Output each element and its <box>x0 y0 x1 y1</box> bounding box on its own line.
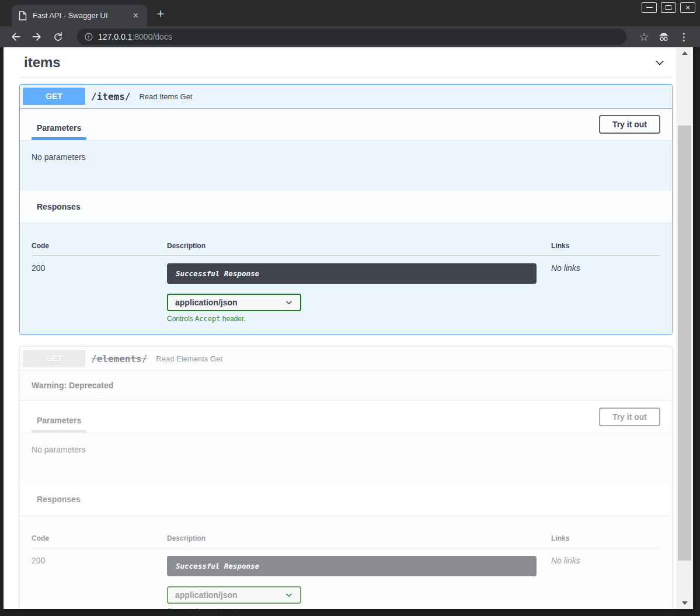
responses-title: Responses <box>32 202 86 211</box>
parameters-tab: Parameters <box>32 416 86 433</box>
incognito-icon <box>656 29 672 44</box>
responses-table-header: Code Description Links <box>32 534 660 548</box>
operation-path: /items/ <box>91 91 130 102</box>
method-badge: GET <box>23 350 85 367</box>
code-column-header: Code <box>32 534 167 542</box>
opblock-get-elements-deprecated: GET /elements/ Read Elements Get Warning… <box>19 346 673 609</box>
page-favicon-icon <box>19 11 27 20</box>
operation-description: Read Items Get <box>139 92 192 101</box>
description-column-header: Description <box>167 534 551 542</box>
bookmark-star-icon[interactable]: ☆ <box>636 29 652 44</box>
url-bar[interactable]: 127.0.0.1:8000/docs <box>77 29 626 45</box>
operation-summary[interactable]: GET /elements/ Read Elements Get <box>20 347 672 371</box>
new-tab-button[interactable]: + <box>153 8 168 20</box>
accept-header-note: Controls Accept header. <box>167 315 551 323</box>
parameters-header: Parameters Try it out <box>20 109 672 140</box>
select-chevron-icon <box>285 298 293 307</box>
responses-body: Code Description Links 200 Successful Re… <box>20 515 672 609</box>
responses-header: Responses <box>20 483 672 515</box>
scrollbar-thumb[interactable] <box>678 126 691 561</box>
response-description-box: Successful Response <box>167 556 537 576</box>
response-row: 200 Successful Response application/json… <box>32 256 660 323</box>
back-button[interactable] <box>8 29 23 44</box>
forward-button[interactable] <box>29 29 44 44</box>
accept-header-note: Controls Accept header. <box>167 607 551 609</box>
tab-close-icon[interactable]: ✕ <box>130 10 141 21</box>
response-row: 200 Successful Response application/json… <box>32 548 660 609</box>
media-type-select[interactable]: application/json <box>167 294 301 311</box>
operation-path: /elements/ <box>91 353 147 364</box>
parameters-header: Parameters Try it out <box>20 401 672 433</box>
browser-toolbar: 127.0.0.1:8000/docs ☆ ⋮ <box>0 26 700 47</box>
url-path: :8000/docs <box>132 32 172 41</box>
method-badge: GET <box>23 88 85 105</box>
operation-description: Read Elements Get <box>156 354 222 363</box>
page-viewport: items GET /items/ Read Items Get Paramet… <box>4 47 693 609</box>
no-links-text: No links <box>551 263 660 323</box>
window-maximize-button[interactable] <box>661 2 676 13</box>
response-description-box: Successful Response <box>167 263 537 284</box>
links-column-header: Links <box>551 534 660 542</box>
collapse-chevron-icon[interactable] <box>653 55 667 69</box>
responses-title: Responses <box>32 495 86 504</box>
response-description-cell: Successful Response application/json Con… <box>167 263 551 323</box>
media-type-select[interactable]: application/json <box>167 586 301 604</box>
back-arrow-icon <box>10 31 22 43</box>
try-it-out-button[interactable]: Try it out <box>599 115 660 134</box>
try-it-out-button[interactable]: Try it out <box>599 408 660 426</box>
browser-menu-icon[interactable]: ⋮ <box>675 29 692 44</box>
media-type-value: application/json <box>175 590 238 600</box>
responses-table-header: Code Description Links <box>32 242 660 256</box>
tag-section-header[interactable]: items <box>19 47 673 78</box>
deprecated-warning-text: Warning: Deprecated <box>32 381 113 390</box>
opblock-get-items: GET /items/ Read Items Get Parameters Tr… <box>19 84 673 335</box>
site-info-icon[interactable] <box>84 32 93 41</box>
tab-title: Fast API - Swagger UI <box>33 11 130 20</box>
select-chevron-icon <box>285 591 293 599</box>
no-parameters-text: No parameters <box>32 152 86 162</box>
browser-tab[interactable]: Fast API - Swagger UI ✕ <box>12 5 147 26</box>
vertical-scrollbar[interactable] <box>676 47 693 609</box>
forward-arrow-icon <box>31 31 43 43</box>
code-column-header: Code <box>32 242 167 250</box>
responses-header: Responses <box>20 191 672 222</box>
tag-title: items <box>24 54 61 71</box>
parameters-body: No parameters <box>20 140 672 191</box>
response-code: 200 <box>32 556 167 609</box>
reload-button[interactable] <box>50 29 65 44</box>
tab-strip: Fast API - Swagger UI ✕ + ✕ <box>0 0 700 26</box>
parameters-tab: Parameters <box>32 123 86 140</box>
media-type-value: application/json <box>175 298 238 307</box>
scroll-down-arrow-icon[interactable] <box>676 598 693 608</box>
description-column-header: Description <box>167 242 551 250</box>
operation-summary[interactable]: GET /items/ Read Items Get <box>20 85 672 109</box>
responses-body: Code Description Links 200 Successful Re… <box>20 222 672 334</box>
response-description-cell: Successful Response application/json Con… <box>167 556 551 609</box>
parameters-body: No parameters <box>20 433 672 483</box>
window-close-button[interactable]: ✕ <box>680 2 695 13</box>
response-code: 200 <box>32 263 167 323</box>
no-parameters-text: No parameters <box>32 445 86 454</box>
window-minimize-button[interactable] <box>642 2 657 13</box>
scroll-up-arrow-icon[interactable] <box>676 48 693 58</box>
reload-icon <box>53 32 64 43</box>
url-host: 127.0.0.1 <box>98 32 132 41</box>
no-links-text: No links <box>551 556 660 609</box>
links-column-header: Links <box>551 242 660 250</box>
deprecated-warning-wrap: Warning: Deprecated <box>20 371 672 401</box>
swagger-content: items GET /items/ Read Items Get Paramet… <box>4 47 676 609</box>
